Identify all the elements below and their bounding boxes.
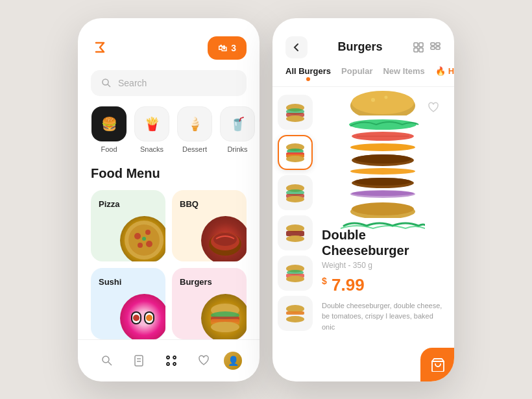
category-snacks[interactable]: 🍟 Snacks [134,106,170,153]
drinks-label: Drinks [227,145,247,153]
thumb-3[interactable] [278,175,313,210]
nav-menu[interactable] [160,349,183,372]
nav-search[interactable] [95,349,119,372]
nav-profile[interactable]: 👤 [224,352,242,370]
back-button[interactable] [285,36,308,58]
search-bar[interactable]: Search [91,70,247,96]
tab-popular[interactable]: Popular [341,66,372,79]
svg-point-5 [145,230,151,235]
food-card-pizza[interactable]: Pizza [91,190,165,261]
svg-point-65 [371,98,375,102]
svg-point-14 [133,315,139,321]
svg-rect-38 [431,47,435,49]
dessert-icon: 🍦 [177,106,212,141]
add-to-cart-button[interactable] [420,348,454,381]
svg-point-59 [286,276,304,282]
svg-point-77 [352,191,414,196]
search-icon [101,78,112,88]
thumb-6[interactable] [278,296,313,331]
hot-label: Hot De [448,66,454,76]
food-grid: Pizza BBQ [78,190,260,339]
svg-rect-54 [286,231,304,236]
pizza-image [120,216,165,261]
thumb-4[interactable] [278,215,313,250]
snacks-icon: 🍟 [134,106,169,141]
sushi-label: Sushi [99,277,121,287]
svg-point-75 [354,178,411,186]
right-header: Burgers [272,18,454,66]
svg-point-4 [134,233,141,239]
svg-point-52 [286,196,304,202]
category-food[interactable]: 🍔 Food [91,106,127,153]
tab-new-items[interactable]: New Items [383,66,424,79]
svg-rect-34 [414,48,418,52]
svg-rect-35 [419,48,423,52]
list-view-icon[interactable] [429,41,441,53]
svg-rect-37 [436,43,440,45]
product-description: Double cheeseburger, double cheese, be t… [322,300,444,333]
svg-rect-32 [414,43,418,47]
cart-icon: 🛍 [218,43,227,53]
thumb-5[interactable] [278,256,313,291]
product-detail: Double Cheeseburger Weight - 350 g $ 7.9… [319,87,454,381]
svg-point-6 [146,241,152,247]
svg-point-7 [138,243,143,248]
svg-line-1 [108,84,110,87]
svg-point-55 [286,236,304,242]
nav-orders[interactable] [127,349,151,372]
food-card-bbq[interactable]: BBQ [172,190,247,261]
wishlist-button[interactable] [423,97,444,118]
svg-rect-61 [286,311,304,315]
bottom-nav: 👤 [78,339,260,381]
food-card-sushi[interactable]: Sushi [91,268,165,339]
food-card-burgers[interactable]: Burgers [172,268,247,339]
price-value: 7.99 [332,275,365,295]
svg-point-62 [286,316,304,322]
svg-point-70 [350,143,415,151]
bbq-label: BBQ [180,199,199,209]
fire-icon: 🔥 [435,66,446,76]
left-header: 🛍 3 [78,18,260,70]
thumbnail-list [272,87,319,381]
svg-point-28 [167,356,169,359]
view-toggle [413,41,441,53]
food-label: Food [101,145,117,153]
food-icon: 🍔 [91,106,127,141]
svg-point-8 [142,237,146,241]
burgers-image [201,294,247,339]
thumb-1[interactable] [278,95,313,130]
dessert-label: Dessert [182,145,207,153]
thumb-2[interactable] [278,135,313,170]
nav-wishlist[interactable] [192,349,215,372]
svg-point-17 [146,315,152,321]
svg-rect-25 [135,356,143,366]
cart-count: 3 [231,43,236,53]
cart-button[interactable]: 🛍 3 [208,36,247,60]
food-menu-title: Food Menu [78,166,260,190]
svg-rect-36 [431,43,435,45]
left-phone: 🛍 3 Search 🍔 Food 🍟 [78,18,260,381]
product-name: Double Cheeseburger [322,227,444,258]
svg-point-11 [213,233,237,246]
category-drinks[interactable]: 🥤 Drinks [219,106,256,153]
svg-point-64 [352,91,414,114]
snacks-label: Snacks [140,145,163,153]
svg-point-30 [167,363,169,365]
svg-point-29 [173,356,176,359]
search-placeholder: Search [118,78,147,88]
tab-hot-deals[interactable]: 🔥 Hot De [435,66,454,79]
svg-point-31 [173,363,176,365]
grid-view-icon[interactable] [413,41,424,53]
drinks-icon: 🥤 [220,106,255,141]
page-title: Burgers [337,40,382,54]
svg-line-24 [108,362,112,365]
product-image-area [322,92,444,222]
app-logo [91,38,109,58]
svg-point-48 [286,156,304,162]
bbq-image [201,216,247,261]
tab-all-burgers[interactable]: All Burgers [285,66,331,79]
category-dessert[interactable]: 🍦 Dessert [176,106,213,153]
right-phone: Burgers [272,18,454,381]
phones-container: 🛍 3 Search 🍔 Food 🍟 [65,5,467,394]
svg-point-22 [211,322,239,332]
